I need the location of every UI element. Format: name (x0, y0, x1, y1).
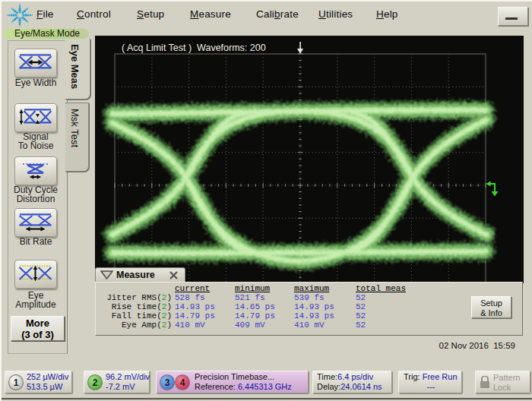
svg-text:( Acq Limit Test ) Waveforms:: ( Acq Limit Test ) Waveforms: 200 (122, 43, 266, 53)
